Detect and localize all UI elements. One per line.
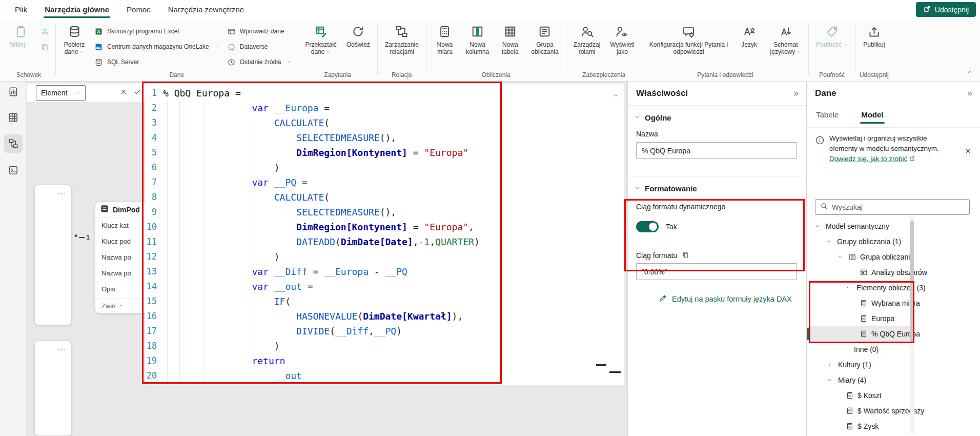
ribbon-button-pobierz-dane[interactable]: Pobierzdane: [59, 21, 89, 56]
model-table-card[interactable]: …: [34, 185, 72, 325]
more-options-icon[interactable]: …: [57, 343, 66, 352]
tree-item-inne-0[interactable]: Inne (0): [807, 342, 910, 357]
code-line-17[interactable]: 17 DIVIDE(__Diff,__PQ): [145, 324, 624, 339]
ribbon-button-grupa-obliczania[interactable]: Grupaobliczania: [527, 21, 562, 56]
ribbon-button-schemat-jezykowy[interactable]: Schematjęzykowy: [767, 21, 805, 56]
close-info-button[interactable]: [964, 147, 972, 155]
ribbon-button-zarzadzanie-relacjami[interactable]: Zarządzanierelacjami: [381, 21, 422, 56]
tree-item-grupa-obliczania[interactable]: Grupa obliczania: [807, 249, 910, 265]
ribbon-button-odswiez[interactable]: Odśwież: [343, 21, 374, 49]
minimize-ribbon-button[interactable]: [967, 68, 973, 77]
share-button[interactable]: Udostępnij: [916, 2, 976, 17]
tree-item-model-semantyczny[interactable]: Model semantyczny: [807, 219, 910, 234]
tree-item-europa[interactable]: Europa: [807, 311, 910, 326]
tree-item-elementy-obliczen-3[interactable]: Elementy obliczeń (3): [807, 280, 910, 295]
ribbon-button-nowa-tabela[interactable]: Nowatabela: [495, 21, 525, 56]
ribbon-button-wyswietl-jako[interactable]: Wyświetljako: [606, 21, 638, 56]
tab-tabele[interactable]: Tabele: [816, 110, 839, 124]
code-line-14[interactable]: 14 var __out =: [145, 279, 624, 294]
ribbon-button-jezyk[interactable]: Język: [734, 21, 764, 49]
tree-item-zysk[interactable]: $ Zysk: [807, 419, 910, 434]
ribbon-button-nowa-kolumna[interactable]: Nowakolumna: [462, 21, 493, 56]
scrollbar-thumb[interactable]: [910, 221, 914, 343]
ribbon-button-sql-server[interactable]: SQL Server: [92, 56, 222, 68]
tab-plik[interactable]: Plik: [6, 0, 36, 19]
calcwindow-icon: [860, 268, 868, 276]
dax-editor[interactable]: 1% QbQ Europa =2 var __Europa =3 CALCULA…: [145, 84, 624, 385]
code-line-11[interactable]: 11 DATEADD(DimDate[Date],-1,QUARTER): [145, 234, 624, 249]
cancel-icon: [119, 88, 128, 98]
tree-item-grupy-obliczania-1[interactable]: Grupy obliczania (1): [807, 234, 910, 249]
ribbon-button-dataverse[interactable]: Dataverse: [224, 41, 294, 53]
tree-item-koszt[interactable]: $ Koszt: [807, 388, 910, 403]
code-line-3[interactable]: 3 CALCULATE(: [145, 115, 624, 130]
tab-model[interactable]: Model: [861, 110, 883, 124]
nav-report-view[interactable]: [4, 83, 23, 101]
cancel-formula-button[interactable]: [117, 85, 130, 101]
ribbon-button-nowa-miara[interactable]: Nowamiara: [430, 21, 460, 56]
tab-narzedzia-zewnetrzne[interactable]: Narzędzia zewnętrzne: [159, 0, 253, 19]
code-line-15[interactable]: 15 IF(: [145, 294, 624, 309]
ribbon-button-ostatnie-zrod-a[interactable]: Ostatnie źródła: [224, 56, 294, 68]
code-line-12[interactable]: 12 ): [145, 249, 624, 264]
code-line-7[interactable]: 7 var __PQ =: [145, 175, 624, 190]
name-input[interactable]: [636, 142, 797, 159]
format-string-input[interactable]: [636, 263, 797, 280]
code-line-5[interactable]: 5 DimRegion[Kontynent] = "Europa": [145, 145, 624, 160]
scrollbar[interactable]: [910, 216, 914, 434]
code-line-13[interactable]: 13 var __Diff = __Europa - __PQ: [145, 264, 624, 279]
ribbon-button-centrum-danych-magazynu-onelake[interactable]: Centrum danych magazynu OneLake: [92, 41, 222, 53]
ribbon-button-przekszta-c-dane[interactable]: Przekształćdane: [302, 21, 340, 56]
ribbon-button-skoroszyt-programu-excel[interactable]: Skoroszyt programu Excel: [92, 25, 222, 37]
collapse-editor-button[interactable]: [612, 88, 619, 103]
code-line-19[interactable]: 19 return: [145, 353, 624, 368]
collapse-data-button[interactable]: [966, 90, 974, 97]
code-line-8[interactable]: 8 CALCULATE(: [145, 190, 624, 205]
ribbon-button-wprowadz-dane[interactable]: Wprowadź dane: [224, 25, 294, 37]
edit-dax-link[interactable]: Edytuj na pasku formuły języka DAX: [659, 294, 792, 304]
ribbon-button-copydoc[interactable]: [38, 41, 52, 53]
model-table-card[interactable]: …: [34, 341, 72, 436]
external-link-icon[interactable]: [909, 156, 915, 164]
tree-item-wybrana-miara[interactable]: Wybrana miara: [807, 295, 910, 311]
commit-formula-button[interactable]: [131, 85, 144, 101]
nav-model-view[interactable]: [4, 134, 23, 153]
search-input[interactable]: [832, 203, 965, 211]
code-line-1[interactable]: 1% QbQ Europa =: [145, 86, 624, 101]
ribbon-button-wklej[interactable]: Wklej: [6, 21, 35, 49]
line-number: 15: [145, 294, 157, 309]
code-line-20[interactable]: 20 __out: [145, 368, 624, 383]
code-line-2[interactable]: 2 var __Europa =: [145, 101, 624, 115]
tree-item-wartosc-sprzedazy[interactable]: $ Wartość sprzedaży: [807, 403, 910, 419]
tab-pomoc[interactable]: Pomoc: [118, 0, 159, 19]
item-selector-dropdown[interactable]: Element: [36, 85, 86, 101]
copy-icon[interactable]: [682, 251, 689, 260]
dynamic-format-toggle[interactable]: [636, 221, 659, 232]
tree-item-analizy-obszarow[interactable]: Analizy obszarów: [807, 265, 910, 280]
code-line-10[interactable]: 10 DimRegion[Kontynent] = "Europa",: [145, 220, 624, 234]
code-line-16[interactable]: 16 HASONEVALUE(DimDate[Kwartał]),: [145, 309, 624, 324]
code-line-9[interactable]: 9 SELECTEDMEASURE(),: [145, 205, 624, 220]
ribbon-button-poufnosc[interactable]: Poufność: [812, 21, 851, 49]
collapse-properties-button[interactable]: [792, 90, 800, 97]
ribbon-button-konfiguracja-funkcji-pytania-i-odpowiedzi[interactable]: Konfiguracja funkcji Pytania iodpowiedzi: [646, 21, 732, 56]
nav-table-view[interactable]: [4, 108, 23, 127]
section-general[interactable]: Ogólne: [634, 111, 671, 124]
ribbon-button-scissors[interactable]: [38, 25, 52, 37]
code-line-4[interactable]: 4 SELECTEDMEASURE(),: [145, 130, 624, 145]
tab-narzedzia-g-owne[interactable]: Narzędzia główne: [36, 0, 118, 19]
nav-dax-query-view[interactable]: [4, 161, 23, 180]
scroll-dash[interactable]: [596, 364, 606, 366]
code-line-6[interactable]: 6 ): [145, 160, 624, 175]
ribbon-button-publikuj[interactable]: Publikuj: [859, 21, 889, 49]
scroll-dash[interactable]: [609, 371, 621, 373]
code-line-18[interactable]: 18 ): [145, 339, 624, 353]
relationship-indicator[interactable]: * 1: [74, 234, 90, 241]
section-formatting[interactable]: Formatowanie: [634, 182, 697, 194]
tree-item-qbq-europa[interactable]: % QbQ Europa: [807, 326, 910, 342]
learn-more-link[interactable]: Dowiedz się, jak to zrobić: [829, 155, 907, 163]
tree-item-miary-4[interactable]: Miary (4): [807, 372, 910, 388]
tree-item-kultury-1[interactable]: Kultury (1): [807, 357, 910, 372]
ribbon-button-zarzadzaj-rolami[interactable]: Zarządzajrolami: [570, 21, 604, 56]
more-options-icon[interactable]: …: [57, 187, 66, 196]
